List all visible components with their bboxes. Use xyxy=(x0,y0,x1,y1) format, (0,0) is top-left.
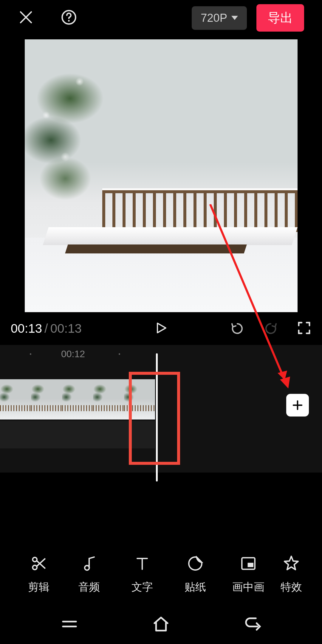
editor-toolbar: 剪辑 音频 文字 贴纸 画中画 特效 xyxy=(0,555,322,605)
scissors-icon xyxy=(30,555,47,573)
tool-label: 剪辑 xyxy=(28,580,49,595)
tool-text[interactable]: 文字 xyxy=(116,555,169,595)
export-label: 导出 xyxy=(268,11,293,25)
export-button[interactable]: 导出 xyxy=(256,4,304,32)
nav-menu-button[interactable] xyxy=(60,614,79,635)
svg-marker-19 xyxy=(284,556,298,570)
tool-pip[interactable]: 画中画 xyxy=(222,555,275,595)
ruler-time-label: 00:12 xyxy=(61,349,85,360)
tool-audio[interactable]: 音频 xyxy=(63,555,116,595)
nav-home-button[interactable] xyxy=(151,614,171,635)
resolution-label: 720P xyxy=(201,12,227,24)
fullscreen-button[interactable] xyxy=(297,321,311,336)
time-separator: / xyxy=(44,321,48,336)
video-clip[interactable] xyxy=(0,379,155,419)
help-icon[interactable] xyxy=(61,9,77,27)
ruler-tick xyxy=(30,353,31,355)
picture-in-picture-icon xyxy=(240,555,257,573)
audio-track[interactable] xyxy=(0,421,155,448)
clip-thumbnail xyxy=(31,379,62,419)
music-note-icon xyxy=(80,555,98,573)
video-preview[interactable] xyxy=(25,39,298,312)
add-clip-button[interactable] xyxy=(286,394,309,417)
header-right: 720P 导出 xyxy=(192,4,304,32)
play-button[interactable] xyxy=(154,321,168,336)
tool-label: 特效 xyxy=(281,580,302,595)
nav-back-button[interactable] xyxy=(243,614,262,635)
timeline-area[interactable]: 00:12 xyxy=(0,345,322,473)
header-bar: 720P 导出 xyxy=(0,0,322,36)
svg-rect-18 xyxy=(248,563,253,567)
text-icon xyxy=(134,555,151,573)
header-left xyxy=(18,9,77,27)
timeline-tracks[interactable] xyxy=(0,363,322,470)
clip-thumbnail xyxy=(0,379,31,419)
system-navbar xyxy=(0,605,322,644)
preview-container xyxy=(0,36,322,312)
svg-point-3 xyxy=(68,20,69,21)
clip-thumbnail xyxy=(93,379,124,419)
chevron-down-icon xyxy=(231,16,238,20)
playhead[interactable] xyxy=(156,353,158,482)
time-display: 00:13 / 00:13 xyxy=(11,321,82,336)
redo-button[interactable] xyxy=(264,321,278,336)
current-time: 00:13 xyxy=(11,321,42,336)
tool-effects[interactable]: 特效 xyxy=(275,555,308,595)
close-icon[interactable] xyxy=(18,9,34,27)
clip-thumbnail xyxy=(62,379,93,419)
tool-label: 画中画 xyxy=(232,580,264,595)
tool-cut[interactable]: 剪辑 xyxy=(15,555,63,595)
undo-button[interactable] xyxy=(230,321,244,336)
tool-label: 文字 xyxy=(131,580,153,595)
playbar-right xyxy=(230,321,311,336)
ruler-tick xyxy=(119,353,120,355)
sticker-icon xyxy=(187,555,204,573)
timeline-ruler[interactable]: 00:12 xyxy=(0,345,322,363)
effects-icon xyxy=(283,555,300,573)
clip-thumbnail xyxy=(124,379,155,419)
resolution-selector[interactable]: 720P xyxy=(192,6,247,30)
tool-label: 贴纸 xyxy=(185,580,206,595)
duration: 00:13 xyxy=(50,321,82,336)
svg-marker-4 xyxy=(157,323,166,333)
playback-bar: 00:13 / 00:13 xyxy=(0,312,322,345)
tool-sticker[interactable]: 贴纸 xyxy=(169,555,222,595)
tool-label: 音频 xyxy=(78,580,100,595)
preview-scene xyxy=(25,48,108,215)
